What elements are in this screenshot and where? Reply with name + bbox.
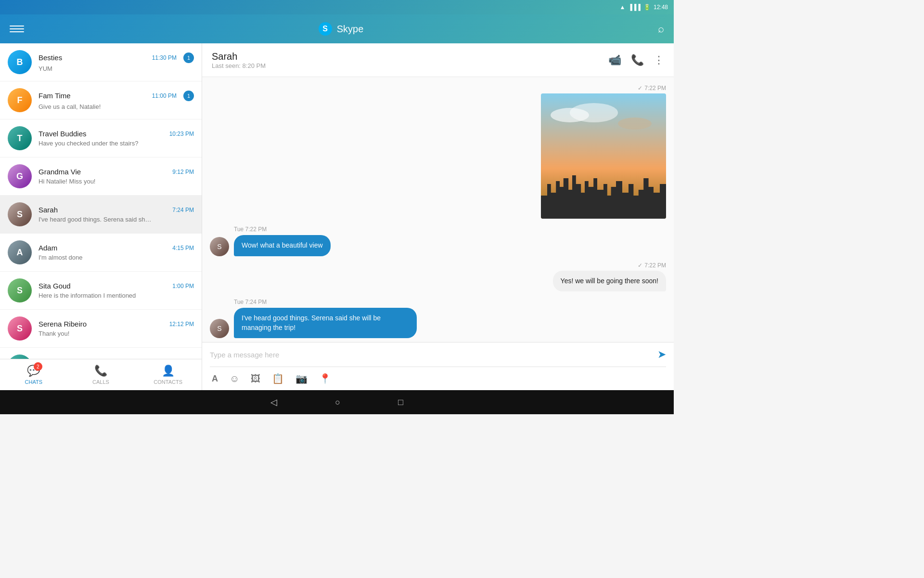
send-button[interactable]: ➤	[657, 348, 666, 361]
chat-item-kadji-bell[interactable]: K Kadji Bell 12:05 PM	[0, 348, 202, 359]
bubble-received-1: Wow! what a beautiful view	[234, 235, 331, 256]
chat-top-serena-ribeiro: Serena Ribeiro 12:12 PM	[38, 320, 194, 328]
video-call-button[interactable]: 📹	[608, 54, 621, 66]
chat-time-serena-ribeiro: 12:12 PM	[169, 321, 194, 328]
chat-info-travel-buddies: Travel Buddies 10:23 PM Have you checked…	[38, 130, 194, 147]
message-row-received-1: S Wow! what a beautiful view	[210, 235, 666, 256]
wifi-icon: ▲	[620, 4, 626, 11]
menu-button[interactable]	[10, 26, 24, 32]
avatar-besties: B	[8, 50, 32, 74]
android-back-button[interactable]: ◁	[270, 397, 277, 407]
chat-header: Sarah Last seen: 8:20 PM 📹 📞 ⋮	[202, 43, 674, 77]
unread-badge-fam-time: 1	[183, 91, 194, 101]
chat-preview-grandma-vie: Hi Natalie! Miss you!	[38, 178, 154, 185]
chat-item-sita-goud[interactable]: S Sita Goud 1:00 PM Here is the informat…	[0, 272, 202, 310]
last-seen: Last seen: 8:20 PM	[212, 62, 266, 69]
unread-badge-besties: 1	[183, 53, 194, 63]
chats-badge: 2	[34, 362, 42, 371]
chat-time-besties: 11:30 PM	[152, 54, 177, 61]
chat-info-sita-goud: Sita Goud 1:00 PM Here is the informatio…	[38, 282, 194, 299]
chat-top-adam: Adam 4:15 PM	[38, 244, 194, 252]
location-button[interactable]: 📍	[319, 373, 331, 384]
input-actions: A ☺ 🖼 📋 📷 📍	[210, 373, 666, 384]
chat-info-grandma-vie: Grandma Vie 9:12 PM Hi Natalie! Miss you…	[38, 168, 194, 185]
message-group-3: Tue 7:24 PM S I've heard good things. Se…	[210, 297, 666, 338]
chat-name-sita-goud: Sita Goud	[38, 282, 71, 290]
bubble-sent-1: Yes! we will be going there soon!	[553, 271, 666, 292]
avatar-sita-goud: S	[8, 278, 32, 302]
city-photo[interactable]	[541, 93, 666, 219]
message-input-row: ➤	[210, 348, 666, 367]
chat-item-besties[interactable]: B Besties 11:30 PM 1 YUM	[0, 43, 202, 81]
main-content: B Besties 11:30 PM 1 YUM F Fam Time 11:0…	[0, 43, 674, 390]
avatar-grandma-vie: G	[8, 164, 32, 188]
header-title: S Skype	[319, 22, 364, 36]
image-button[interactable]: 🖼	[251, 373, 260, 384]
image-timestamp: 7:22 PM	[644, 85, 666, 92]
chat-item-fam-time[interactable]: F Fam Time 11:00 PM 1 Give us a call, Na…	[0, 81, 202, 119]
chat-name-fam-time: Fam Time	[38, 92, 71, 100]
msg2-timestamp: 7:22 PM	[644, 262, 666, 269]
chat-top-besties: Besties 11:30 PM 1	[38, 53, 194, 63]
chat-time-fam-time: 11:00 PM	[152, 92, 177, 99]
message-group-2: ✓ 7:22 PM Yes! we will be going there so…	[210, 262, 666, 292]
msg3-text: I've heard good things. Serena said she …	[242, 314, 381, 331]
font-button[interactable]: A	[212, 374, 218, 384]
chat-item-travel-buddies[interactable]: T Travel Buddies 10:23 PM Have you check…	[0, 119, 202, 158]
sarah-avatar-2: S	[210, 319, 229, 338]
chat-top-sarah: Sarah 7:24 PM	[38, 206, 194, 214]
chat-preview-adam: I'm almost done	[38, 254, 154, 261]
chat-name-besties: Besties	[38, 53, 62, 62]
skype-logo: S	[319, 22, 332, 36]
message-row-received-2: S I've heard good things. Serena said sh…	[210, 308, 666, 338]
status-bar: ▲ ▐▐▐ 🔋 12:48	[0, 0, 674, 14]
chat-preview-besties: YUM	[38, 65, 154, 72]
avatar-travel-buddies: T	[8, 126, 32, 150]
signal-icon: ▐▐▐	[628, 4, 641, 11]
bubble-received-2: I've heard good things. Serena said she …	[234, 308, 417, 338]
status-icons: ▲ ▐▐▐ 🔋 12:48	[620, 4, 668, 11]
sent-meta-image: ✓ 7:22 PM	[541, 85, 666, 92]
msg2-text: Yes! we will be going there soon!	[561, 277, 658, 285]
more-options-button[interactable]: ⋮	[654, 54, 664, 66]
chat-top-fam-time: Fam Time 11:00 PM 1	[38, 91, 194, 101]
chat-name-sarah: Sarah	[38, 206, 58, 214]
chats-label: CHATS	[25, 379, 42, 385]
contact-name: Sarah	[212, 51, 266, 62]
battery-icon: 🔋	[643, 4, 651, 11]
message-group-1: Tue 7:22 PM S Wow! what a beautiful view	[210, 224, 666, 256]
avatar-sarah: S	[8, 202, 32, 226]
message-input[interactable]	[210, 351, 653, 359]
chat-list-panel: B Besties 11:30 PM 1 YUM F Fam Time 11:0…	[0, 43, 202, 390]
chat-item-grandma-vie[interactable]: G Grandma Vie 9:12 PM Hi Natalie! Miss y…	[0, 158, 202, 196]
chat-item-sarah[interactable]: S Sarah 7:24 PM I've heard good things. …	[0, 196, 202, 234]
camera-button[interactable]: 📷	[295, 373, 308, 384]
chat-item-adam[interactable]: A Adam 4:15 PM I'm almost done	[0, 234, 202, 272]
search-button[interactable]: ⌕	[658, 23, 664, 35]
android-recent-button[interactable]: □	[398, 397, 403, 407]
chat-panel: Sarah Last seen: 8:20 PM 📹 📞 ⋮ ✓ 7:22 PM	[202, 43, 674, 390]
chat-time-travel-buddies: 10:23 PM	[169, 131, 194, 137]
chat-item-serena-ribeiro[interactable]: S Serena Ribeiro 12:12 PM Thank you!	[0, 310, 202, 348]
chat-time-adam: 4:15 PM	[172, 245, 194, 251]
emoji-button[interactable]: ☺	[230, 373, 239, 384]
nav-contacts[interactable]: 👤 CONTACTS	[134, 359, 202, 390]
avatar-fam-time: F	[8, 88, 32, 112]
chat-name-grandma-vie: Grandma Vie	[38, 168, 81, 176]
nav-chats[interactable]: 2 💬 CHATS	[0, 359, 67, 390]
chat-list: B Besties 11:30 PM 1 YUM F Fam Time 11:0…	[0, 43, 202, 359]
chat-name-travel-buddies: Travel Buddies	[38, 130, 87, 138]
android-nav-bar: ◁ ○ □	[0, 390, 674, 414]
chat-name-serena-ribeiro: Serena Ribeiro	[38, 320, 87, 328]
chat-time-sarah: 7:24 PM	[172, 207, 194, 213]
voice-call-button[interactable]: 📞	[631, 54, 644, 66]
checkmark-icon: ✓	[638, 85, 642, 92]
chat-time-grandma-vie: 9:12 PM	[172, 169, 194, 175]
chat-info-sarah: Sarah 7:24 PM I've heard good things. Se…	[38, 206, 194, 223]
nav-calls[interactable]: 📞 CALLS	[67, 359, 135, 390]
android-home-button[interactable]: ○	[335, 397, 340, 407]
chat-list-scroll: B Besties 11:30 PM 1 YUM F Fam Time 11:0…	[0, 43, 202, 359]
chat-top-sita-goud: Sita Goud 1:00 PM	[38, 282, 194, 290]
chat-contact-info: Sarah Last seen: 8:20 PM	[212, 51, 266, 69]
attach-button[interactable]: 📋	[272, 373, 284, 384]
